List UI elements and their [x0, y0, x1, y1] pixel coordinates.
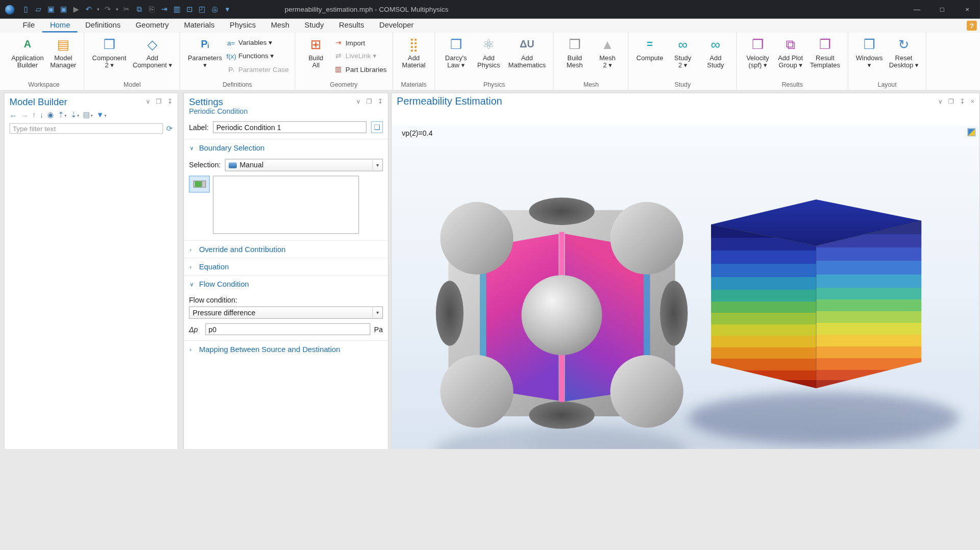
menu-tab-materials[interactable]: Materials [177, 19, 223, 33]
study-2-button[interactable]: ∞Study2 ▾ [667, 34, 699, 70]
part-libraries-button[interactable]: ▥Part Libraries [333, 63, 386, 75]
add-component-button[interactable]: ◇AddComponent ▾ [130, 34, 175, 70]
selection-dropdown[interactable]: Manual ▼ [225, 159, 383, 171]
component-2-button[interactable]: ❒Component2 ▾ [89, 34, 129, 70]
cut-icon[interactable]: ✂ [120, 3, 133, 16]
add-study-button[interactable]: ∞AddStudy [699, 34, 732, 70]
active-toggle-button[interactable] [189, 176, 210, 192]
help-button[interactable]: ? [967, 20, 977, 31]
flow-condition-dropdown[interactable]: Pressure difference ▼ [189, 306, 383, 319]
parameter-case-button[interactable]: PᵢParameter Case [227, 63, 289, 75]
menu-tab-file[interactable]: File [15, 19, 42, 33]
menu-tab-geometry[interactable]: Geometry [128, 19, 177, 33]
section-equation[interactable]: › Equation [184, 258, 388, 275]
boundary-selection-list[interactable] [213, 176, 359, 234]
section-override[interactable]: › Override and Contribution [184, 240, 388, 258]
section-boundary-selection[interactable]: ∨ Boundary Selection [184, 139, 388, 156]
menu-tab-study[interactable]: Study [297, 19, 331, 33]
redo-icon[interactable]: ↷ [102, 3, 114, 16]
move-down-icon[interactable]: ↓ [40, 111, 43, 119]
functions-button[interactable]: f(x)Functions ▾ [227, 50, 289, 62]
float-panel-icon[interactable]: ❐ [948, 98, 954, 105]
windows-button[interactable]: ❐Windows▾ [853, 34, 886, 70]
menu-tab-mesh[interactable]: Mesh [263, 19, 297, 33]
maximize-button[interactable]: □ [929, 0, 954, 19]
compute-button[interactable]: =Compute [633, 34, 667, 63]
float-panel-icon[interactable]: ❐ [366, 98, 372, 105]
label-input[interactable] [213, 121, 366, 133]
panel-menu-icon[interactable]: ∨ [938, 98, 943, 105]
part-libraries-icon: ▥ [333, 65, 343, 73]
panel-menu-icon[interactable]: ∨ [356, 98, 361, 105]
menu-tab-home[interactable]: Home [42, 19, 78, 33]
reset-desktop-button[interactable]: ↻ResetDesktop ▾ [886, 34, 922, 70]
float-panel-icon[interactable]: ❐ [156, 98, 162, 105]
model-builder-toolbar: ←→↑↓◉⇡▾⇣▾▤▾▼▾ [5, 107, 178, 122]
add-plot-group-button[interactable]: ⧉Add PlotGroup ▾ [774, 34, 807, 70]
section-flow-condition[interactable]: ∨ Flow Condition [184, 275, 388, 292]
build-all-button[interactable]: ⊞BuildAll [300, 34, 332, 70]
section-mapping[interactable]: › Mapping Between Source and Destination [184, 340, 388, 358]
ribbon-group-label: Workspace [8, 81, 80, 90]
darcys-law-button[interactable]: ❒Darcy'sLaw ▾ [439, 34, 472, 70]
duplicate-icon[interactable]: ⇥ [158, 3, 171, 16]
minimize-button[interactable]: — [904, 0, 929, 19]
save-icon[interactable]: ▣ [45, 3, 58, 16]
application-builder-button[interactable]: AApplicationBuilder [8, 34, 47, 70]
paste-icon[interactable]: ⎘ [145, 3, 158, 16]
add-material-button[interactable]: ⣿AddMaterial [398, 34, 430, 70]
open-file-icon[interactable]: ▱ [32, 3, 45, 16]
model-manager-button[interactable]: ▤ModelManager [47, 34, 80, 70]
color-legend-icon[interactable] [967, 128, 975, 136]
go-back-icon[interactable]: ← [10, 111, 17, 119]
undo-icon-caret[interactable]: ▾ [95, 7, 101, 12]
move-up-icon[interactable]: ↑ [32, 111, 36, 119]
functions-icon: f(x) [227, 52, 236, 60]
menu-tab-results[interactable]: Results [331, 19, 372, 33]
mesh-2-button[interactable]: ▲Mesh2 ▾ [591, 34, 624, 70]
delete-icon[interactable]: ▥ [170, 3, 183, 16]
refresh-icon[interactable]: ⟳ [166, 124, 173, 133]
redo-icon-caret[interactable]: ▾ [114, 7, 120, 12]
variables-button[interactable]: a=Variables ▾ [227, 37, 289, 48]
collapse-all-icon[interactable]: ⇣▾ [70, 111, 79, 119]
livelink-button[interactable]: ⇄LiveLink ▾ [333, 50, 386, 62]
pin-panel-icon[interactable]: ↧ [167, 98, 173, 105]
panel-menu-icon[interactable]: ∨ [145, 98, 150, 105]
study-2-icon: ∞ [678, 35, 687, 54]
expand-all-icon[interactable]: ⇡▾ [58, 111, 66, 119]
add-material-icon: ⣿ [409, 35, 419, 54]
save-as-icon[interactable]: ▣ [57, 3, 70, 16]
node-text-icon[interactable]: ▤▾ [83, 111, 92, 119]
rename-icon[interactable]: ❏ [371, 121, 383, 133]
run-icon[interactable]: ▶ [70, 3, 83, 16]
build-mesh-button[interactable]: ❒BuildMesh [558, 34, 591, 70]
result-templates-button[interactable]: ❐ResultTemplates [807, 34, 843, 70]
select-box-icon[interactable]: ⊡ [183, 3, 196, 16]
import-button[interactable]: ⇥Import [333, 37, 386, 48]
close-panel-icon[interactable]: × [971, 98, 974, 105]
menu-tab-physics[interactable]: Physics [222, 19, 263, 33]
filter-icon[interactable]: ▼▾ [96, 111, 107, 119]
add-mathematics-button[interactable]: ΔUAddMathematics [505, 34, 549, 70]
graphics-view[interactable]: vp(2)=0.4 [391, 126, 979, 449]
pressure-difference-input[interactable] [205, 323, 370, 335]
add-physics-button[interactable]: ⚛AddPhysics [472, 34, 505, 70]
pin-panel-icon[interactable]: ↧ [960, 98, 965, 105]
find-icon[interactable]: ◎ [208, 3, 221, 16]
velocity-spf-button[interactable]: ❒Velocity(spf) ▾ [741, 34, 774, 70]
go-forward-icon[interactable]: → [21, 111, 29, 119]
pin-panel-icon[interactable]: ↧ [378, 98, 383, 105]
undo-icon[interactable]: ↶ [83, 3, 95, 16]
parameters-button[interactable]: PᵢParameters▾ [185, 34, 225, 70]
copy-icon[interactable]: ⧉ [133, 3, 145, 16]
new-file-icon[interactable]: ▯ [19, 3, 32, 16]
selection-icon [228, 162, 236, 168]
show-icon[interactable]: ◉ [47, 111, 54, 119]
filter-input[interactable] [10, 123, 163, 134]
menu-tab-developer[interactable]: Developer [372, 19, 421, 33]
clear-selection-icon[interactable]: ◰ [196, 3, 209, 16]
menu-tab-definitions[interactable]: Definitions [78, 19, 128, 33]
close-button[interactable]: × [955, 0, 980, 19]
customize-toolbar-icon[interactable]: ▾ [221, 3, 234, 16]
